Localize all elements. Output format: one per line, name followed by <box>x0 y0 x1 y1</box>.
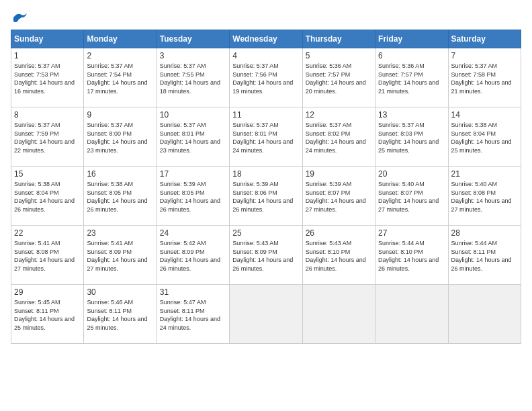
calendar-cell: 20Sunrise: 5:40 AMSunset: 8:07 PMDayligh… <box>375 167 448 226</box>
calendar-cell: 18Sunrise: 5:39 AMSunset: 8:06 PMDayligh… <box>230 167 302 226</box>
day-number: 12 <box>306 110 372 120</box>
calendar-week-4: 22Sunrise: 5:41 AMSunset: 8:08 PMDayligh… <box>11 226 521 285</box>
cell-info: Sunrise: 5:37 AMSunset: 7:55 PMDaylight:… <box>160 62 226 95</box>
calendar-cell <box>375 285 448 344</box>
calendar-table: SundayMondayTuesdayWednesdayThursdayFrid… <box>11 30 521 344</box>
cell-info: Sunrise: 5:46 AMSunset: 8:11 PMDaylight:… <box>87 298 153 332</box>
day-number: 11 <box>232 110 299 120</box>
day-number: 16 <box>87 169 153 179</box>
calendar-week-5: 29Sunrise: 5:45 AMSunset: 8:11 PMDayligh… <box>11 285 521 344</box>
calendar-cell: 7Sunrise: 5:37 AMSunset: 7:58 PMDaylight… <box>448 48 521 107</box>
day-number: 13 <box>378 110 445 120</box>
calendar-cell: 30Sunrise: 5:46 AMSunset: 8:11 PMDayligh… <box>84 285 157 344</box>
calendar-week-1: 1Sunrise: 5:37 AMSunset: 7:53 PMDaylight… <box>11 48 521 107</box>
day-number: 14 <box>451 110 518 120</box>
day-number: 28 <box>451 228 518 238</box>
day-number: 27 <box>378 228 445 238</box>
cell-info: Sunrise: 5:42 AMSunset: 8:09 PMDaylight:… <box>160 239 226 273</box>
cell-info: Sunrise: 5:37 AMSunset: 7:53 PMDaylight:… <box>14 62 81 95</box>
calendar-cell: 4Sunrise: 5:37 AMSunset: 7:56 PMDaylight… <box>230 48 302 107</box>
calendar-header-wednesday: Wednesday <box>230 30 302 48</box>
calendar-cell: 12Sunrise: 5:37 AMSunset: 8:02 PMDayligh… <box>302 107 375 167</box>
calendar-cell <box>230 285 302 344</box>
cell-info: Sunrise: 5:38 AMSunset: 8:04 PMDaylight:… <box>451 121 518 154</box>
cell-info: Sunrise: 5:41 AMSunset: 8:09 PMDaylight:… <box>87 239 153 273</box>
cell-info: Sunrise: 5:39 AMSunset: 8:06 PMDaylight:… <box>232 180 299 214</box>
cell-info: Sunrise: 5:43 AMSunset: 8:10 PMDaylight:… <box>306 239 372 273</box>
calendar-cell: 2Sunrise: 5:37 AMSunset: 7:54 PMDaylight… <box>84 48 157 107</box>
cell-info: Sunrise: 5:43 AMSunset: 8:09 PMDaylight:… <box>232 239 299 273</box>
calendar-cell: 23Sunrise: 5:41 AMSunset: 8:09 PMDayligh… <box>84 226 157 285</box>
day-number: 29 <box>14 287 81 297</box>
cell-info: Sunrise: 5:37 AMSunset: 7:56 PMDaylight:… <box>232 62 299 95</box>
calendar-body: 1Sunrise: 5:37 AMSunset: 7:53 PMDaylight… <box>11 48 521 344</box>
calendar-cell: 21Sunrise: 5:40 AMSunset: 8:08 PMDayligh… <box>448 167 521 226</box>
calendar-header-row: SundayMondayTuesdayWednesdayThursdayFrid… <box>11 30 521 48</box>
cell-info: Sunrise: 5:47 AMSunset: 8:11 PMDaylight:… <box>160 298 226 332</box>
calendar-cell: 24Sunrise: 5:42 AMSunset: 8:09 PMDayligh… <box>157 226 229 285</box>
cell-info: Sunrise: 5:36 AMSunset: 7:57 PMDaylight:… <box>378 62 445 95</box>
calendar-header-saturday: Saturday <box>448 30 521 48</box>
cell-info: Sunrise: 5:37 AMSunset: 7:54 PMDaylight:… <box>87 62 153 95</box>
day-number: 5 <box>306 51 372 60</box>
logo <box>11 11 28 24</box>
calendar-cell: 3Sunrise: 5:37 AMSunset: 7:55 PMDaylight… <box>157 48 229 107</box>
day-number: 2 <box>87 51 153 60</box>
day-number: 7 <box>451 51 518 60</box>
calendar-cell: 19Sunrise: 5:39 AMSunset: 8:07 PMDayligh… <box>302 167 375 226</box>
day-number: 24 <box>160 228 226 238</box>
day-number: 15 <box>14 169 81 179</box>
cell-info: Sunrise: 5:37 AMSunset: 8:01 PMDaylight:… <box>232 121 299 154</box>
calendar-header-monday: Monday <box>84 30 157 48</box>
day-number: 31 <box>160 287 226 297</box>
calendar-header-thursday: Thursday <box>302 30 375 48</box>
logo-bird-icon <box>12 11 28 24</box>
cell-info: Sunrise: 5:37 AMSunset: 8:02 PMDaylight:… <box>306 121 372 154</box>
calendar-cell: 5Sunrise: 5:36 AMSunset: 7:57 PMDaylight… <box>302 48 375 107</box>
day-number: 30 <box>87 287 153 297</box>
calendar-cell: 14Sunrise: 5:38 AMSunset: 8:04 PMDayligh… <box>448 107 521 167</box>
cell-info: Sunrise: 5:38 AMSunset: 8:05 PMDaylight:… <box>87 180 153 214</box>
calendar-cell: 16Sunrise: 5:38 AMSunset: 8:05 PMDayligh… <box>84 167 157 226</box>
calendar-header-tuesday: Tuesday <box>157 30 229 48</box>
day-number: 4 <box>232 51 299 60</box>
day-number: 6 <box>378 51 445 60</box>
cell-info: Sunrise: 5:45 AMSunset: 8:11 PMDaylight:… <box>14 298 81 332</box>
cell-info: Sunrise: 5:40 AMSunset: 8:08 PMDaylight:… <box>451 180 518 214</box>
day-number: 23 <box>87 228 153 238</box>
cell-info: Sunrise: 5:37 AMSunset: 8:01 PMDaylight:… <box>160 121 226 154</box>
calendar-cell: 13Sunrise: 5:37 AMSunset: 8:03 PMDayligh… <box>375 107 448 167</box>
calendar-cell <box>302 285 375 344</box>
day-number: 18 <box>232 169 299 179</box>
day-number: 22 <box>14 228 81 238</box>
day-number: 3 <box>160 51 226 60</box>
day-number: 10 <box>160 110 226 120</box>
calendar-week-2: 8Sunrise: 5:37 AMSunset: 7:59 PMDaylight… <box>11 107 521 167</box>
calendar-header-friday: Friday <box>375 30 448 48</box>
calendar-cell: 26Sunrise: 5:43 AMSunset: 8:10 PMDayligh… <box>302 226 375 285</box>
day-number: 20 <box>378 169 445 179</box>
day-number: 19 <box>306 169 372 179</box>
calendar-cell: 6Sunrise: 5:36 AMSunset: 7:57 PMDaylight… <box>375 48 448 107</box>
cell-info: Sunrise: 5:38 AMSunset: 8:04 PMDaylight:… <box>14 180 81 214</box>
cell-info: Sunrise: 5:39 AMSunset: 8:05 PMDaylight:… <box>160 180 226 214</box>
calendar-cell: 9Sunrise: 5:37 AMSunset: 8:00 PMDaylight… <box>84 107 157 167</box>
cell-info: Sunrise: 5:39 AMSunset: 8:07 PMDaylight:… <box>306 180 372 214</box>
day-number: 17 <box>160 169 226 179</box>
day-number: 21 <box>451 169 518 179</box>
page-header <box>11 11 521 24</box>
day-number: 9 <box>87 110 153 120</box>
calendar-cell: 10Sunrise: 5:37 AMSunset: 8:01 PMDayligh… <box>157 107 229 167</box>
cell-info: Sunrise: 5:41 AMSunset: 8:08 PMDaylight:… <box>14 239 81 273</box>
cell-info: Sunrise: 5:37 AMSunset: 7:59 PMDaylight:… <box>14 121 81 154</box>
cell-info: Sunrise: 5:36 AMSunset: 7:57 PMDaylight:… <box>306 62 372 95</box>
cell-info: Sunrise: 5:37 AMSunset: 8:00 PMDaylight:… <box>87 121 153 154</box>
calendar-header-sunday: Sunday <box>11 30 84 48</box>
calendar-week-3: 15Sunrise: 5:38 AMSunset: 8:04 PMDayligh… <box>11 167 521 226</box>
calendar-cell: 28Sunrise: 5:44 AMSunset: 8:11 PMDayligh… <box>448 226 521 285</box>
cell-info: Sunrise: 5:37 AMSunset: 7:58 PMDaylight:… <box>451 62 518 95</box>
calendar-cell <box>448 285 521 344</box>
calendar-cell: 11Sunrise: 5:37 AMSunset: 8:01 PMDayligh… <box>230 107 302 167</box>
cell-info: Sunrise: 5:40 AMSunset: 8:07 PMDaylight:… <box>378 180 445 214</box>
day-number: 8 <box>14 110 81 120</box>
